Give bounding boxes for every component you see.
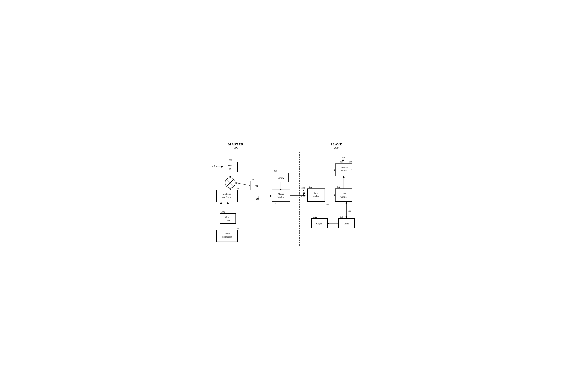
- svg-rect-36: [272, 190, 290, 202]
- svg-text:Data: Data: [228, 164, 232, 167]
- svg-text:Other: Other: [225, 216, 230, 218]
- svg-text:Modem: Modem: [277, 196, 284, 198]
- svg-text:Data: Data: [226, 219, 230, 222]
- svg-text:204: 204: [236, 227, 239, 230]
- svg-text:OUT: OUT: [341, 156, 345, 159]
- svg-text:252: 252: [309, 186, 312, 188]
- svg-text:260: 260: [348, 210, 351, 212]
- svg-text:Data: Data: [342, 192, 346, 195]
- svg-text:Multiplex: Multiplex: [223, 193, 231, 195]
- svg-text:268: 268: [340, 161, 343, 163]
- svg-line-15: [236, 183, 250, 186]
- svg-text:Modem: Modem: [313, 195, 320, 197]
- svg-text:254: 254: [313, 216, 316, 218]
- diagram-container: MASTER 200 SLAVE 250 Data In IN: [212, 141, 376, 250]
- svg-text:212: 212: [274, 170, 277, 172]
- svg-text:216: 216: [252, 178, 255, 181]
- svg-text:Buffer: Buffer: [341, 169, 347, 172]
- svg-text:CNet₂: CNet₂: [344, 222, 349, 225]
- svg-text:CSym₂: CSym₂: [316, 222, 323, 225]
- svg-marker-76: [346, 216, 348, 219]
- svg-text:264: 264: [340, 216, 343, 218]
- svg-text:206: 206: [222, 211, 225, 213]
- svg-text:208: 208: [236, 187, 239, 190]
- diagram-svg: Data In IN → CNet₁ 216 CSym₁ 212 Multipl…: [212, 141, 376, 250]
- svg-text:<: <: [351, 168, 352, 171]
- svg-text:266: 266: [349, 161, 352, 163]
- svg-text:256: 256: [326, 203, 329, 206]
- svg-text:CNet₁: CNet₁: [255, 185, 260, 187]
- svg-text:240: 240: [301, 187, 305, 189]
- svg-text:CSym₁: CSym₁: [277, 177, 284, 179]
- svg-text:Control: Control: [340, 196, 347, 198]
- in-label: IN →: [212, 165, 218, 168]
- svg-text:Slave: Slave: [313, 192, 318, 194]
- svg-marker-75: [346, 201, 348, 204]
- svg-text:202: 202: [229, 159, 232, 162]
- svg-text:and Queue: and Queue: [222, 196, 232, 198]
- svg-text:210: 210: [256, 197, 259, 200]
- svg-rect-25: [220, 213, 236, 223]
- svg-text:In: In: [229, 168, 231, 170]
- svg-text:Master: Master: [278, 193, 284, 195]
- svg-text:Information: Information: [222, 236, 232, 238]
- svg-text:Control: Control: [224, 232, 230, 235]
- svg-rect-49: [335, 189, 352, 201]
- svg-text:262: 262: [337, 186, 340, 188]
- svg-text:Data Out: Data Out: [340, 166, 348, 169]
- svg-text:214: 214: [273, 202, 277, 205]
- svg-text:242: 242: [301, 195, 305, 197]
